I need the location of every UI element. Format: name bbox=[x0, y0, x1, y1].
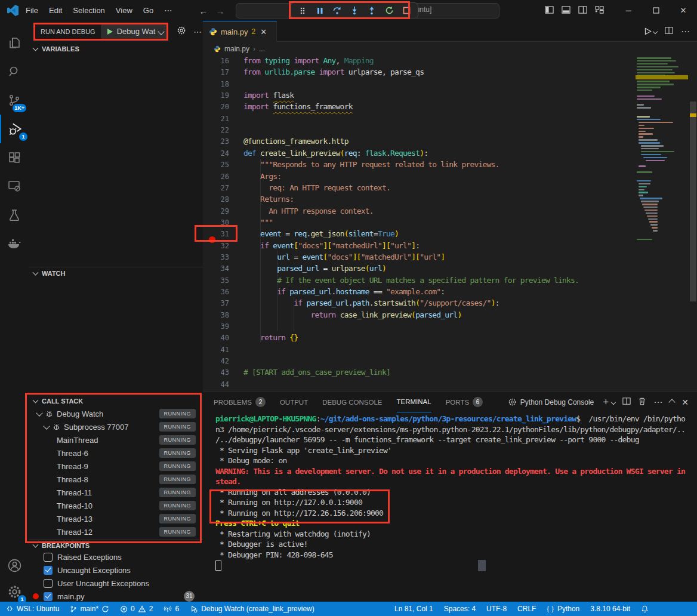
line-number[interactable]: 33 bbox=[203, 253, 229, 261]
code-line[interactable]: 16from typing import Any, Mapping bbox=[203, 56, 697, 67]
call-stack-row[interactable]: Thread-9RUNNING bbox=[29, 460, 203, 473]
code-line[interactable]: 32 if event["docs"]["matchedUrl"]["url"]… bbox=[203, 241, 697, 252]
panel-tab-problems[interactable]: PROBLEMS2 bbox=[214, 392, 266, 412]
sidebar-item-source-control[interactable]: 1K+ bbox=[0, 86, 29, 115]
back-button[interactable]: ← bbox=[197, 4, 210, 17]
breakpoint-row[interactable]: Uncaught Exceptions bbox=[29, 563, 203, 577]
line-number[interactable]: 21 bbox=[203, 115, 229, 123]
menu-item-edit[interactable]: Edit bbox=[44, 4, 67, 17]
split-terminal-button[interactable] bbox=[622, 397, 631, 407]
breakpoint-checkbox[interactable] bbox=[44, 553, 53, 562]
sidebar-item-explorer[interactable] bbox=[0, 29, 29, 57]
line-number[interactable]: 30 bbox=[203, 218, 229, 227]
menu-item-more[interactable]: ⋯ bbox=[159, 4, 177, 17]
restart-icon[interactable] bbox=[384, 5, 394, 16]
breadcrumb[interactable]: main.py › ... bbox=[203, 42, 697, 56]
kill-terminal-button[interactable] bbox=[638, 397, 646, 407]
tab-main-py[interactable]: main.py 2 ✕ bbox=[203, 21, 277, 42]
breakpoint-checkbox[interactable] bbox=[44, 579, 53, 588]
panel-tab-debug-console[interactable]: DEBUG CONSOLE bbox=[322, 392, 382, 412]
line-number[interactable]: 34 bbox=[203, 264, 229, 273]
line-number[interactable]: 20 bbox=[203, 103, 229, 111]
encoding[interactable]: UTF-8 bbox=[481, 602, 512, 616]
section-watch[interactable]: WATCH bbox=[29, 267, 203, 279]
tab-close-icon[interactable]: ✕ bbox=[260, 27, 267, 36]
panel-tab-ports[interactable]: PORTS6 bbox=[446, 392, 483, 412]
ports-indicator[interactable]: 6 bbox=[158, 602, 184, 616]
step-out-icon[interactable] bbox=[366, 5, 377, 16]
code-line[interactable]: 33 url = event["docs"]["matchedUrl"]["ur… bbox=[203, 252, 697, 264]
language-mode[interactable]: { } Python bbox=[541, 602, 585, 616]
code-line[interactable]: 29 An HTTP response context. bbox=[203, 206, 697, 218]
terminal-profile-dropdown[interactable]: Python Debug Console bbox=[508, 398, 594, 406]
code-line[interactable]: 31 event = req.get_json(silent=True) bbox=[203, 229, 697, 241]
line-number[interactable]: 41 bbox=[203, 346, 229, 354]
menu-item-go[interactable]: Go bbox=[138, 4, 159, 17]
step-over-icon[interactable] bbox=[332, 5, 343, 16]
code-line[interactable]: 44 bbox=[203, 379, 697, 391]
cursor-position[interactable]: Ln 81, Col 1 bbox=[389, 602, 439, 616]
code-line[interactable]: 38 return case_link_preview(parsed_url) bbox=[203, 310, 697, 322]
line-number[interactable]: 42 bbox=[203, 357, 229, 365]
minimap[interactable] bbox=[636, 56, 689, 342]
line-number[interactable]: 27 bbox=[203, 184, 229, 192]
editor-more-actions[interactable]: ⋯ bbox=[681, 26, 690, 37]
line-number[interactable]: 36 bbox=[203, 288, 229, 296]
line-number[interactable]: 38 bbox=[203, 311, 229, 319]
code-line[interactable]: 36 if parsed_url.hostname == "example.co… bbox=[203, 287, 697, 298]
code-line[interactable]: 25 """Responds to any HTTP request relat… bbox=[203, 159, 697, 171]
split-editor-button[interactable] bbox=[665, 26, 673, 36]
toggle-sidebar-icon[interactable] bbox=[545, 5, 554, 16]
call-stack-row[interactable]: Thread-12RUNNING bbox=[29, 525, 203, 538]
line-number[interactable]: 22 bbox=[203, 126, 229, 134]
line-number[interactable]: 40 bbox=[203, 334, 229, 342]
line-number[interactable]: 37 bbox=[203, 299, 229, 307]
stop-icon[interactable] bbox=[401, 5, 412, 16]
section-breakpoints[interactable]: BREAKPOINTS bbox=[29, 540, 203, 551]
accounts-button[interactable] bbox=[0, 551, 29, 580]
sidebar-item-remote-explorer[interactable] bbox=[0, 172, 29, 201]
problems-indicator[interactable]: 0 2 bbox=[115, 602, 158, 616]
close-window-button[interactable]: ✕ bbox=[670, 0, 697, 21]
line-number[interactable]: 18 bbox=[203, 80, 229, 88]
pause-icon[interactable] bbox=[314, 5, 325, 16]
code-line[interactable]: 42 bbox=[203, 356, 697, 368]
line-number[interactable]: 16 bbox=[203, 57, 229, 65]
breakpoint-row[interactable]: User Uncaught Exceptions bbox=[29, 577, 203, 590]
code-line[interactable]: 40 return {} bbox=[203, 332, 697, 344]
code-line[interactable]: 43# [START add_ons_case_preview_link] bbox=[203, 367, 697, 379]
indentation[interactable]: Spaces: 4 bbox=[439, 602, 481, 616]
line-number[interactable]: 39 bbox=[203, 322, 229, 331]
code-line[interactable]: 23@functions_framework.http bbox=[203, 136, 697, 148]
line-number[interactable]: 28 bbox=[203, 195, 229, 204]
sidebar-item-extensions[interactable] bbox=[0, 143, 29, 172]
python-interpreter[interactable]: 3.8.10 64-bit bbox=[585, 602, 636, 616]
sidebar-item-testing[interactable] bbox=[0, 201, 29, 229]
debug-status[interactable]: Debug Watch (create_link_preview) bbox=[184, 602, 320, 616]
sidebar-item-search[interactable] bbox=[0, 57, 29, 86]
code-line[interactable]: 19import flask bbox=[203, 90, 697, 102]
line-number[interactable]: 35 bbox=[203, 276, 229, 285]
call-stack-row[interactable]: Thread-11RUNNING bbox=[29, 486, 203, 499]
code-line[interactable]: 24def create_link_preview(req: flask.Req… bbox=[203, 148, 697, 160]
code-line[interactable]: 30 """ bbox=[203, 217, 697, 229]
breakpoint-checkbox[interactable] bbox=[44, 566, 53, 575]
code-line[interactable]: 22 bbox=[203, 125, 697, 137]
menu-item-selection[interactable]: Selection bbox=[67, 4, 110, 17]
customize-layout-icon[interactable] bbox=[595, 5, 604, 16]
code-line[interactable]: 18 bbox=[203, 79, 697, 91]
line-number[interactable]: 31 bbox=[203, 230, 229, 238]
code-line[interactable]: 37 if parsed_url.path.startswith("/suppo… bbox=[203, 298, 697, 310]
code-line[interactable]: 35 # If the event object URL matches a s… bbox=[203, 275, 697, 287]
sidebar-more-actions[interactable]: ⋯ bbox=[193, 27, 202, 36]
run-python-file-button[interactable] bbox=[644, 27, 657, 35]
line-number[interactable]: 25 bbox=[203, 161, 229, 169]
step-into-icon[interactable] bbox=[349, 5, 360, 16]
code-line[interactable]: 39 bbox=[203, 321, 697, 333]
breakpoint-checkbox[interactable] bbox=[44, 592, 53, 601]
forward-button[interactable]: → bbox=[214, 4, 227, 17]
code-area[interactable]: 16from typing import Any, Mapping17from … bbox=[203, 56, 697, 391]
call-stack-row[interactable]: Thread-8RUNNING bbox=[29, 473, 203, 486]
minimize-button[interactable]: ─ bbox=[615, 0, 642, 21]
debug-gear-icon[interactable] bbox=[177, 26, 186, 37]
